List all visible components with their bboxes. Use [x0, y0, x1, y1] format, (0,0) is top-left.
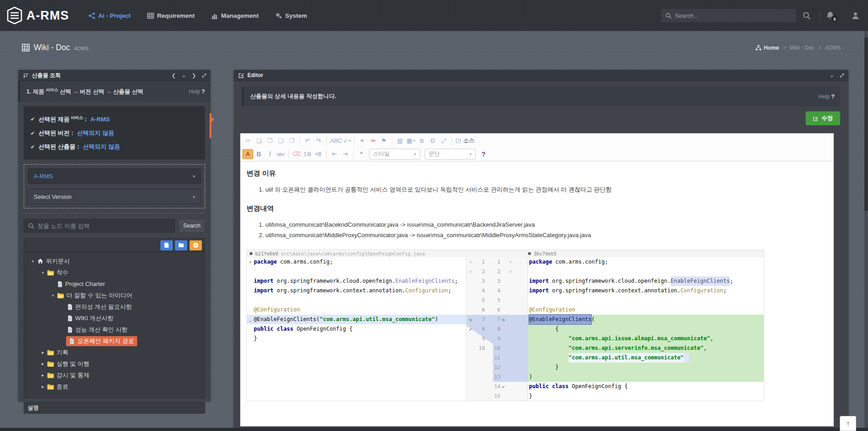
- special-char-icon[interactable]: Ω: [427, 136, 438, 146]
- chevron-down-icon[interactable]: ⌄: [182, 73, 186, 78]
- blocks-icon[interactable]: A: [242, 149, 253, 159]
- maximize-icon[interactable]: ⤢: [438, 136, 449, 146]
- tree-item[interactable]: 편의성 개선 필요사항: [28, 301, 203, 312]
- unordered-list-icon[interactable]: •≣: [313, 149, 324, 159]
- outdent-icon[interactable]: ⇤: [329, 149, 340, 159]
- tree-item[interactable]: ▸실행 및 이행: [28, 358, 203, 369]
- breadcrumb-item[interactable]: ADMS: [825, 45, 841, 51]
- paste-word-icon[interactable]: ❒: [286, 136, 297, 146]
- line-margin: [247, 363, 254, 372]
- redo-icon[interactable]: ↷: [313, 136, 324, 146]
- bold-icon[interactable]: B: [253, 149, 264, 159]
- tree-item[interactable]: 성능 개선 확인 사항: [28, 324, 203, 335]
- edit-button[interactable]: 수정: [806, 111, 840, 125]
- tree-item[interactable]: ▾착수: [28, 267, 203, 278]
- add-document-button[interactable]: [160, 240, 173, 250]
- tree-expander-icon[interactable]: ▾: [30, 259, 36, 264]
- hr-icon[interactable]: ≣: [416, 136, 427, 146]
- anchor-icon[interactable]: ⚑: [379, 136, 390, 146]
- tree-expander-icon[interactable]: ▸: [40, 373, 46, 378]
- style-select[interactable]: 스타일▾: [369, 149, 420, 160]
- fold-icon[interactable]: ⊟: [509, 270, 512, 274]
- help-link[interactable]: Help?: [189, 88, 205, 95]
- doc-icon: [67, 315, 73, 322]
- gutter-row: 1010: [467, 343, 527, 353]
- description-footer[interactable]: 설명: [24, 402, 205, 414]
- page-scrollbar[interactable]: [864, 31, 868, 431]
- table-icon[interactable]: ▦▾: [406, 136, 416, 146]
- line-margin: [247, 296, 254, 305]
- back-to-top-button[interactable]: ↑: [840, 416, 856, 431]
- notifications-bell-icon[interactable]: 3: [826, 11, 835, 20]
- link-icon[interactable]: ⚭: [357, 136, 368, 146]
- format-select[interactable]: 문단▾: [425, 149, 476, 160]
- tree-expander-icon[interactable]: ▸: [40, 361, 46, 366]
- check-icon[interactable]: ✔: [467, 327, 475, 332]
- help-link[interactable]: Help?: [818, 93, 835, 100]
- fold-icon[interactable]: ⊟: [467, 270, 475, 274]
- refresh-icon[interactable]: ↻: [500, 317, 509, 322]
- tree-item[interactable]: ▸감시 및 통제: [28, 369, 203, 381]
- table-icon: [147, 12, 154, 19]
- editor-help-icon[interactable]: ?: [478, 149, 489, 159]
- source-icon[interactable]: ⟨/⟩소스: [454, 136, 476, 146]
- nav-item-ai-project[interactable]: Ai - Project: [82, 8, 137, 24]
- fold-icon[interactable]: ⊟: [467, 260, 475, 264]
- user-profile-icon[interactable]: [851, 11, 860, 20]
- expand-icon[interactable]: ⤢: [202, 73, 206, 78]
- tree-expander-icon[interactable]: ▸: [40, 350, 46, 355]
- expand-icon[interactable]: ⤢: [840, 73, 844, 78]
- paste-icon[interactable]: ❐: [264, 136, 275, 146]
- nav-item-system[interactable]: System: [269, 8, 313, 24]
- image-icon[interactable]: ▧: [395, 136, 406, 146]
- collapse-left-icon[interactable]: ❮: [172, 73, 176, 78]
- gutter-row: ⊟11⊟: [467, 257, 527, 267]
- paste-text-icon[interactable]: ❑: [275, 136, 286, 146]
- gutter-row: 44: [467, 286, 527, 296]
- tree-item[interactable]: ▸기획: [28, 347, 203, 358]
- tree-expander-icon[interactable]: ▸: [40, 384, 46, 389]
- breadcrumb-item[interactable]: Wiki - Doc: [790, 45, 815, 51]
- indent-icon[interactable]: ⇥: [340, 149, 351, 159]
- breadcrumb-home[interactable]: Home: [755, 45, 779, 51]
- nav-item-requirement[interactable]: Requirement: [141, 8, 201, 24]
- diff-line: ): [528, 372, 764, 382]
- undo-icon[interactable]: ↶: [302, 136, 313, 146]
- ordered-list-icon[interactable]: 1≣: [302, 149, 313, 159]
- tree-expander-icon[interactable]: ▾: [40, 270, 46, 275]
- spellcheck-icon[interactable]: ABC✓▾: [329, 136, 352, 146]
- check-icon[interactable]: ✔: [500, 384, 509, 389]
- italic-icon[interactable]: I: [264, 149, 275, 159]
- node-search-button[interactable]: Search: [179, 219, 205, 233]
- app-logo[interactable]: A-RMS: [0, 7, 82, 24]
- tree-item[interactable]: ▾위키문서: [28, 255, 203, 267]
- search-submit-icon[interactable]: [803, 12, 811, 20]
- chevron-down-icon[interactable]: ⌄: [830, 73, 834, 78]
- product-select[interactable]: A-RMS ▾: [28, 168, 201, 184]
- tree-item[interactable]: WIKI 개선사항: [28, 312, 203, 324]
- refresh-icon[interactable]: ↻: [467, 317, 475, 322]
- fold-icon[interactable]: ⊟: [509, 260, 512, 264]
- diff-line: import org.springframework.context.annot…: [247, 286, 466, 296]
- copy-icon[interactable]: ❏: [253, 136, 264, 146]
- tree-item-selected[interactable]: 오픈페인 패키지 경로: [28, 335, 203, 347]
- remove-format-icon[interactable]: ⌫: [291, 149, 302, 159]
- tree-item[interactable]: ▾더 잘할 수 있는 아이디어: [28, 290, 203, 301]
- node-search-input[interactable]: [37, 223, 170, 229]
- version-select[interactable]: Select Version ▾: [28, 189, 201, 204]
- diff-line: [247, 343, 466, 353]
- scrollbar-thumb[interactable]: [864, 37, 868, 211]
- tree-item[interactable]: Project Charter: [28, 278, 203, 290]
- remove-node-button[interactable]: [190, 240, 202, 250]
- blockquote-icon[interactable]: ❝: [356, 149, 367, 159]
- tree-item[interactable]: ▸종료: [28, 381, 203, 392]
- tree-expander-icon[interactable]: ▾: [50, 293, 56, 298]
- unlink-icon[interactable]: ⚮: [368, 136, 379, 146]
- cut-icon[interactable]: ✂: [242, 136, 253, 146]
- strike-icon[interactable]: abc: [275, 149, 286, 159]
- nav-item-management[interactable]: Management: [205, 8, 265, 24]
- gutter-row: 14✔: [467, 382, 527, 391]
- global-search-input[interactable]: [675, 12, 792, 19]
- collapse-right-icon[interactable]: ❯: [192, 73, 196, 78]
- add-folder-button[interactable]: [175, 240, 187, 250]
